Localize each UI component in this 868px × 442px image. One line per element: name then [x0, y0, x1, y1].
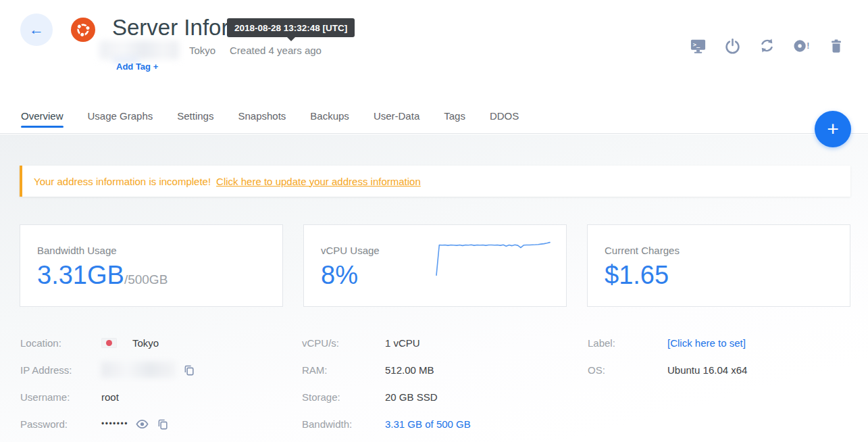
copy-ip-icon[interactable]: [182, 364, 195, 376]
server-location-text: Tokyo: [189, 45, 215, 56]
storage-row: Storage: 20 GB SSD: [302, 383, 588, 410]
reinstall-icon[interactable]: [759, 37, 775, 54]
server-action-toolbar: >_: [690, 37, 844, 54]
address-warning-banner: Your address information is incomplete! …: [20, 166, 850, 197]
storage-value: 20 GB SSD: [385, 391, 438, 403]
tab-settings[interactable]: Settings: [177, 101, 213, 133]
vcpu-count-value: 1 vCPU: [385, 337, 420, 349]
charges-value: $1.65: [605, 262, 850, 289]
label-label: Label:: [588, 337, 667, 349]
username-value: root: [101, 391, 119, 403]
details-column-specs: vCPU/s: 1 vCPU RAM: 512.00 MB Storage: 2…: [302, 329, 588, 437]
location-row: Location: Tokyo: [20, 329, 302, 356]
password-label: Password:: [20, 418, 101, 430]
vcpu-usage-card: vCPU Usage 8%: [303, 224, 567, 307]
details-column-meta: Label: [Click here to set] OS: Ubuntu 16…: [588, 329, 851, 437]
username-row: Username: root: [20, 383, 302, 410]
os-label: OS:: [588, 364, 667, 376]
card-title: Bandwidth Usage: [37, 245, 282, 256]
japan-flag-icon: [101, 338, 117, 348]
trash-icon[interactable]: [827, 37, 844, 54]
svg-text:!: !: [807, 41, 809, 51]
storage-label: Storage:: [302, 391, 385, 403]
card-title: Current Charges: [605, 245, 850, 256]
password-masked-value: •••••••: [101, 419, 128, 428]
details-column-access: Location: Tokyo IP Address:: [20, 329, 302, 437]
bandwidth-limit: /500GB: [124, 272, 168, 287]
ram-value: 512.00 MB: [385, 364, 434, 376]
os-row: OS: Ubuntu 16.04 x64: [588, 356, 851, 383]
tab-bar: Overview Usage Graphs Settings Snapshots…: [0, 101, 868, 134]
add-tag-link[interactable]: Add Tag +: [116, 62, 158, 72]
page-header: ← Server Information Tokyo Created 4 yea…: [0, 0, 868, 101]
os-value: Ubuntu 16.04 x64: [667, 364, 747, 376]
bandwidth-value: 3.31GB/500GB: [37, 262, 282, 289]
summary-cards: Bandwidth Usage 3.31GB/500GB vCPU Usage …: [20, 224, 850, 307]
current-charges-card: Current Charges $1.65: [587, 224, 850, 307]
vcpu-label: vCPU/s:: [302, 337, 385, 349]
ram-label: RAM:: [302, 364, 385, 376]
set-label-link[interactable]: [Click here to set]: [667, 337, 746, 349]
tab-tags[interactable]: Tags: [444, 101, 465, 133]
server-created-text[interactable]: Created 4 years ago: [230, 45, 322, 56]
back-arrow-icon: ←: [29, 21, 44, 39]
copy-password-icon[interactable]: [156, 418, 169, 431]
update-address-link[interactable]: Click here to update your address inform…: [216, 176, 421, 187]
vcpu-sparkline-chart: [435, 235, 551, 279]
bandwidth-usage-link[interactable]: 3.31 GB of 500 GB: [385, 418, 471, 430]
power-icon[interactable]: [724, 37, 741, 54]
tab-user-data[interactable]: User-Data: [374, 101, 419, 133]
bandwidth-label: Bandwidth:: [302, 418, 385, 430]
add-server-button[interactable]: +: [815, 111, 851, 147]
location-label: Location:: [20, 337, 101, 349]
bandwidth-usage-card: Bandwidth Usage 3.31GB/500GB: [20, 224, 283, 307]
tab-backups[interactable]: Backups: [310, 101, 349, 133]
password-row: Password: •••••••: [20, 410, 302, 437]
ip-address-redacted: [101, 362, 176, 378]
tab-usage-graphs[interactable]: Usage Graphs: [88, 101, 153, 133]
tab-overview[interactable]: Overview: [21, 101, 63, 133]
back-button[interactable]: ←: [20, 14, 53, 46]
server-details: Location: Tokyo IP Address:: [20, 329, 851, 437]
username-label: Username:: [20, 391, 101, 403]
bandwidth-row: Bandwidth: 3.31 GB of 500 GB: [302, 410, 588, 437]
overview-content: Your address information is incomplete! …: [0, 134, 868, 442]
label-row: Label: [Click here to set]: [588, 329, 851, 356]
created-date-tooltip: 2018-08-28 13:32:48 [UTC]: [227, 18, 355, 37]
ubuntu-logo-icon: [71, 18, 95, 42]
tab-snapshots[interactable]: Snapshots: [238, 101, 286, 133]
tab-ddos[interactable]: DDOS: [490, 101, 519, 133]
console-icon[interactable]: >_: [690, 37, 707, 54]
ram-row: RAM: 512.00 MB: [302, 356, 588, 383]
location-value: Tokyo: [132, 337, 159, 349]
iso-icon[interactable]: !: [793, 37, 810, 54]
server-name-redacted: [99, 41, 179, 59]
vcpu-row: vCPU/s: 1 vCPU: [302, 329, 588, 356]
warning-message: Your address information is incomplete!: [34, 176, 211, 187]
server-info-page: ← Server Information Tokyo Created 4 yea…: [0, 0, 868, 442]
plus-icon: +: [827, 118, 839, 141]
ip-address-row: IP Address:: [20, 356, 302, 383]
show-password-eye-icon[interactable]: [135, 417, 149, 431]
svg-text:>_: >_: [693, 41, 700, 48]
ip-address-label: IP Address:: [20, 364, 101, 376]
